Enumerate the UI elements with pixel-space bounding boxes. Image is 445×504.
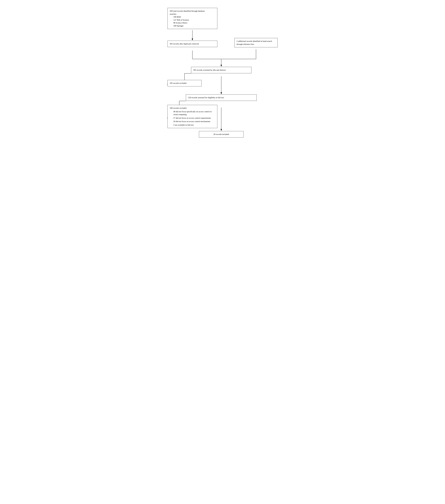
excluded-reason4: 5 not available in full-text (170, 123, 215, 126)
ieee-count: 190 IEEE (170, 16, 215, 18)
screened-box: 305 records screened by title and abstra… (191, 67, 251, 73)
hand-search-box: 2 additional records identified in hand … (234, 38, 278, 47)
excluded-reason2: 27 did not focus on access control requi… (170, 116, 215, 120)
science-direct-count: 98 Science Direct (170, 21, 215, 24)
excluded-full-box: 100 records excluded 48 did not focus sp… (167, 105, 217, 128)
full-text-box: 120 records assessed for eligibility in … (186, 94, 257, 101)
screened-text: 305 records screened by title and abstra… (193, 69, 249, 72)
duplicates-removed-box: 303 records after duplicates removed (167, 41, 217, 47)
full-text-text: 120 records assessed for eligibility in … (188, 96, 254, 99)
initial-records-box: 509 total records identified through dat… (167, 8, 217, 29)
duplicates-text: 303 records after duplicates removed (170, 42, 215, 45)
flowchart: 509 total records identified through dat… (165, 5, 280, 136)
excluded-abstract-text: 185 records excluded (170, 82, 199, 85)
wos-count: 121 Web of Science (170, 18, 215, 21)
excluded-full-line1: 100 records excluded (170, 107, 215, 110)
included-box: 20 records included (199, 131, 243, 138)
excluded-reason1: 48 did not focus specifically on access … (170, 110, 215, 116)
excluded-abstract-box: 185 records excluded (167, 80, 202, 86)
excluded-reason3: 20 did not focus on access control mecha… (170, 119, 215, 123)
springer-count: 100 Springer (170, 24, 215, 27)
included-text: 20 records included (201, 133, 241, 136)
initial-line2: searches (170, 13, 215, 16)
hand-search-text: 2 additional records identified in hand … (237, 40, 276, 46)
initial-line1: 509 total records identified through dat… (170, 10, 215, 13)
